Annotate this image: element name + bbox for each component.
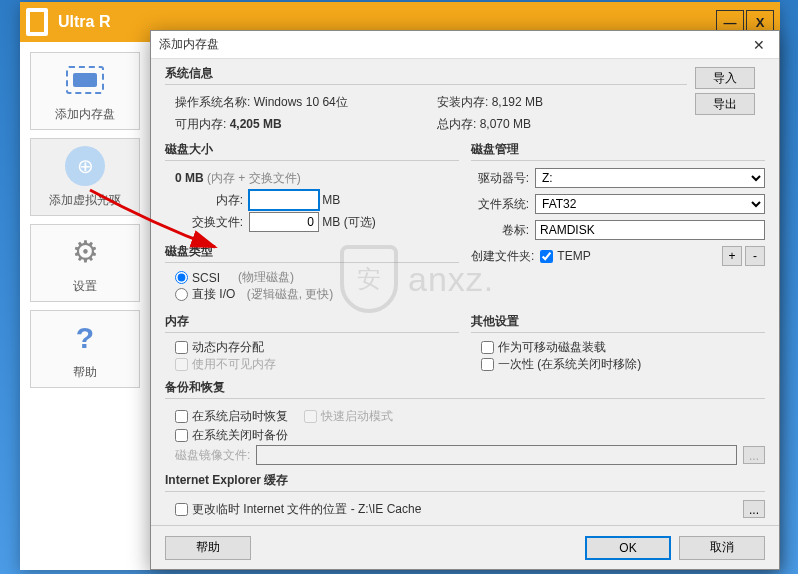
import-button[interactable]: 导入 [695, 67, 755, 89]
radio-scsi-label: SCSI [192, 271, 220, 285]
sidebar-item-settings[interactable]: ⚙ 设置 [30, 224, 140, 302]
group-disk-size: 磁盘大小 0 MB (内存 + 交换文件) 内存: MB 交换文件: MB (可… [165, 141, 459, 303]
group-title: 磁盘类型 [165, 243, 459, 260]
total-mem-value: 8,070 MB [480, 117, 531, 131]
dialog-footer: 帮助 OK 取消 [151, 525, 779, 569]
add-ramdisk-dialog: 添加内存盘 ✕ 系统信息 操作系统名称: Windows 10 64位 可用内存… [150, 30, 780, 570]
sidebar-label: 帮助 [73, 364, 97, 381]
installed-mem-label: 安装内存: [437, 94, 488, 111]
group-title: 其他设置 [471, 313, 765, 330]
radio-scsi-note: (物理磁盘) [238, 269, 294, 286]
disk-size-summary: 0 MB [175, 171, 204, 185]
group-title: 备份和恢复 [165, 379, 765, 396]
group-system-info: 系统信息 操作系统名称: Windows 10 64位 可用内存: 4,205 … [165, 65, 765, 135]
remove-folder-button[interactable]: - [745, 246, 765, 266]
help-button[interactable]: 帮助 [165, 536, 251, 560]
group-memory: 内存 动态内存分配 使用不可见内存 [165, 313, 459, 373]
checkbox-save-on-shutdown[interactable]: 在系统关闭时备份 [165, 427, 765, 444]
radio-direct-io[interactable]: 直接 I/O (逻辑磁盘, 更快) [165, 286, 459, 303]
checkbox-onetime[interactable]: 一次性 (在系统关闭时移除) [471, 356, 765, 373]
avail-mem-label: 可用内存: [175, 116, 226, 133]
radio-scsi[interactable]: SCSI (物理磁盘) [165, 269, 459, 286]
group-title: 磁盘管理 [471, 141, 765, 158]
radio-direct-io-note: (逻辑磁盘, 更快) [247, 286, 334, 303]
group-disk-management: 磁盘管理 驱动器号: Z: 文件系统: FAT32 卷标: 创建文件夹: TEM… [471, 141, 765, 303]
memory-label: 内存: [165, 192, 249, 209]
checkbox-fastboot: 快速启动模式 [304, 408, 393, 425]
filesystem-select[interactable]: FAT32 [535, 194, 765, 214]
sidebar-item-add-ramdisk[interactable]: 添加内存盘 [30, 52, 140, 130]
plus-circle-icon: ⊕ [65, 146, 105, 186]
image-file-browse-button[interactable]: ... [743, 446, 765, 464]
volume-label-label: 卷标: [471, 222, 535, 239]
checkbox-invisible-mem: 使用不可见内存 [165, 356, 459, 373]
swap-unit: MB (可选) [322, 214, 375, 231]
avail-mem-value: 4,205 MB [230, 117, 282, 131]
sidebar-label: 添加虚拟光驱 [49, 192, 121, 209]
group-title: 系统信息 [165, 65, 687, 82]
image-file-input [256, 445, 737, 465]
image-file-label: 磁盘镜像文件: [175, 447, 250, 464]
sidebar-item-help[interactable]: ? 帮助 [30, 310, 140, 388]
radio-scsi-input[interactable] [175, 271, 188, 284]
group-title: 磁盘大小 [165, 141, 459, 158]
dialog-body: 系统信息 操作系统名称: Windows 10 64位 可用内存: 4,205 … [151, 59, 779, 525]
dialog-title: 添加内存盘 [159, 36, 739, 53]
checkbox-removable[interactable]: 作为可移动磁盘装载 [471, 339, 765, 356]
swap-input[interactable] [249, 212, 319, 232]
filesystem-label: 文件系统: [471, 196, 535, 213]
sidebar-item-add-virtual-drive[interactable]: ⊕ 添加虚拟光驱 [30, 138, 140, 216]
ok-button[interactable]: OK [585, 536, 671, 560]
memory-unit: MB [322, 193, 340, 207]
group-title: 内存 [165, 313, 459, 330]
drive-letter-label: 驱动器号: [471, 170, 535, 187]
question-icon: ? [65, 318, 105, 358]
checkbox-ie-cache[interactable]: 更改临时 Internet 文件的位置 - Z:\IE Cache [175, 501, 421, 518]
group-title: Internet Explorer 缓存 [165, 472, 765, 489]
memory-input[interactable] [249, 190, 319, 210]
installed-mem-value: 8,192 MB [492, 95, 543, 109]
group-ie-cache: Internet Explorer 缓存 更改临时 Internet 文件的位置… [165, 472, 765, 520]
group-backup-restore: 备份和恢复 在系统启动时恢复 快速启动模式 在系统关闭时备份 磁盘镜像文件: .… [165, 379, 765, 466]
cancel-button[interactable]: 取消 [679, 536, 765, 560]
os-label: 操作系统名称: [175, 94, 250, 111]
chip-icon [65, 60, 105, 100]
sidebar-label: 设置 [73, 278, 97, 295]
app-logo-icon [26, 8, 48, 36]
swap-label: 交换文件: [165, 214, 249, 231]
checkbox-dynamic-alloc[interactable]: 动态内存分配 [165, 339, 459, 356]
add-folder-button[interactable]: + [722, 246, 742, 266]
export-button[interactable]: 导出 [695, 93, 755, 115]
volume-label-input[interactable] [535, 220, 765, 240]
radio-direct-io-input[interactable] [175, 288, 188, 301]
checkbox-restore-on-boot[interactable]: 在系统启动时恢复 [175, 408, 288, 425]
total-mem-label: 总内存: [437, 116, 476, 133]
sidebar: 添加内存盘 ⊕ 添加虚拟光驱 ⚙ 设置 ? 帮助 [30, 52, 140, 396]
os-value: Windows 10 64位 [254, 94, 348, 111]
dialog-titlebar: 添加内存盘 ✕ [151, 31, 779, 59]
drive-letter-select[interactable]: Z: [535, 168, 765, 188]
group-other-settings: 其他设置 作为可移动磁盘装载 一次性 (在系统关闭时移除) [471, 313, 765, 373]
disk-size-summary-note: (内存 + 交换文件) [207, 170, 301, 187]
sidebar-label: 添加内存盘 [55, 106, 115, 123]
gear-icon: ⚙ [65, 232, 105, 272]
radio-direct-io-label: 直接 I/O [192, 286, 235, 303]
main-title: Ultra R [58, 13, 714, 31]
create-folder-label: 创建文件夹: [471, 248, 540, 265]
ie-cache-browse-button[interactable]: ... [743, 500, 765, 518]
dialog-close-button[interactable]: ✕ [739, 31, 779, 59]
checkbox-temp-folder[interactable]: TEMP [540, 249, 590, 263]
